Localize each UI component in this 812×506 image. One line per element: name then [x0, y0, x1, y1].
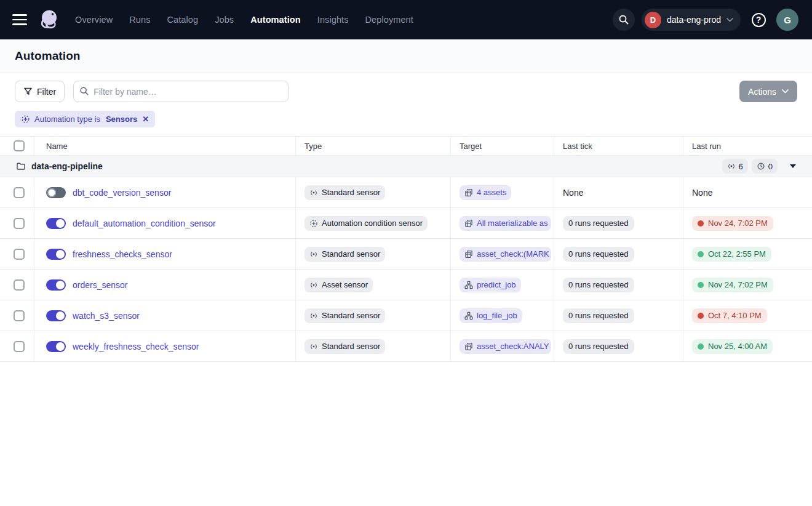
toggle-knob: [56, 311, 65, 320]
target-badge[interactable]: asset_check:(MARK: [460, 247, 551, 262]
nav-item-automation[interactable]: Automation: [250, 15, 301, 25]
sensor-icon: [309, 311, 318, 320]
last-run-cell: Oct 22, 2:55 PM: [683, 239, 812, 269]
row-target-cell: asset_check:ANALY: [451, 331, 554, 361]
workspace-name: data-eng-prod: [667, 15, 721, 25]
sensor-name-link[interactable]: freshness_checks_sensor: [73, 249, 172, 259]
enable-toggle[interactable]: [46, 249, 66, 260]
nav-item-insights[interactable]: Insights: [317, 15, 349, 25]
type-badge: Asset sensor: [304, 278, 373, 292]
actions-button[interactable]: Actions: [739, 81, 797, 102]
target-badge[interactable]: asset_check:ANALY: [460, 339, 551, 354]
job-graph-icon: [464, 311, 473, 320]
octopus-logo-icon: [37, 7, 62, 32]
sensor-name-link[interactable]: dbt_code_version_sensor: [73, 188, 171, 198]
enable-toggle[interactable]: [46, 341, 66, 352]
filter-button[interactable]: Filter: [15, 81, 65, 102]
collapse-group-caret[interactable]: [790, 164, 796, 168]
target-label: asset_check:ANALY: [477, 342, 549, 351]
column-header-last-tick: Last tick: [554, 137, 683, 155]
last-run-pill: None: [692, 185, 712, 200]
sensor-name-link[interactable]: default_automation_condition_sensor: [73, 219, 216, 228]
last-run-pill[interactable]: Nov 24, 7:02 PM: [692, 278, 773, 292]
help-button[interactable]: ?: [747, 9, 770, 31]
nav-item-overview[interactable]: Overview: [75, 15, 113, 25]
group-row: data-eng-pipeline 6 0: [0, 156, 812, 177]
sensor-icon: [727, 162, 736, 171]
type-badge: Standard sensor: [304, 185, 385, 200]
row-checkbox[interactable]: [14, 341, 25, 352]
nav-item-runs[interactable]: Runs: [129, 15, 150, 25]
last-tick-value: 0 runs requested: [563, 308, 634, 323]
hamburger-menu-button[interactable]: [12, 14, 27, 25]
target-badge[interactable]: All materializable as: [460, 216, 551, 231]
row-name-cell: default_automation_condition_sensor: [34, 208, 296, 238]
target-badge[interactable]: predict_job: [460, 278, 521, 292]
row-checkbox[interactable]: [14, 279, 25, 291]
sensor-icon: [309, 281, 318, 289]
nav-item-jobs[interactable]: Jobs: [215, 15, 234, 25]
row-checkbox[interactable]: [14, 187, 25, 198]
row-name-cell: watch_s3_sensor: [34, 300, 296, 331]
column-header-last-run: Last run: [683, 137, 812, 155]
enable-toggle[interactable]: [46, 279, 66, 291]
user-avatar[interactable]: G: [776, 9, 798, 31]
search-button[interactable]: [613, 9, 635, 31]
type-label: Standard sensor: [322, 311, 380, 320]
last-tick-value: 0 runs requested: [563, 216, 634, 231]
row-checkbox[interactable]: [14, 249, 25, 260]
target-badge[interactable]: log_file_job: [460, 308, 522, 323]
name-filter-input[interactable]: [73, 81, 289, 102]
sensor-icon: [309, 250, 318, 259]
last-run-pill[interactable]: Oct 7, 4:10 PM: [692, 308, 767, 323]
job-graph-icon: [464, 281, 473, 289]
target-label: All materializable as: [477, 219, 548, 228]
row-type-cell: Automation condition sensor: [296, 208, 451, 238]
primary-nav: OverviewRunsCatalogJobsAutomationInsight…: [75, 15, 413, 25]
sensor-name-link[interactable]: orders_sensor: [73, 280, 128, 290]
table-row: freshness_checks_sensor Standard sensor: [0, 239, 812, 270]
dagster-logo[interactable]: [37, 7, 62, 32]
select-all-checkbox[interactable]: [14, 140, 25, 151]
row-select-cell: [0, 208, 34, 238]
last-run-pill[interactable]: Oct 22, 2:55 PM: [692, 247, 771, 262]
filter-tag-remove-icon[interactable]: ✕: [142, 114, 149, 124]
hamburger-bar: [12, 23, 27, 25]
enable-toggle[interactable]: [46, 310, 66, 321]
toggle-knob: [56, 342, 65, 351]
row-type-cell: Standard sensor: [296, 177, 451, 207]
enable-toggle[interactable]: [46, 187, 66, 198]
automation-condition-icon: [309, 219, 318, 228]
last-run-value: None: [692, 188, 712, 198]
last-tick-cell: 0 runs requested: [554, 270, 683, 300]
row-checkbox[interactable]: [14, 310, 25, 321]
last-tick-value: None: [563, 185, 583, 200]
last-run-value: Nov 25, 4:00 AM: [708, 342, 767, 351]
sensor-name-link[interactable]: weekly_freshness_check_sensor: [73, 342, 199, 351]
last-tick-cell: 0 runs requested: [554, 208, 683, 238]
row-select-cell: [0, 331, 34, 361]
asset-icon: [464, 219, 473, 228]
last-run-pill[interactable]: Nov 24, 7:02 PM: [692, 216, 773, 231]
row-select-cell: [0, 300, 34, 331]
column-header-target: Target: [451, 137, 554, 155]
target-badge[interactable]: 4 assets: [460, 185, 511, 200]
last-run-cell: None: [683, 177, 812, 207]
last-run-pill[interactable]: Nov 25, 4:00 AM: [692, 339, 773, 354]
enable-toggle[interactable]: [46, 218, 66, 229]
row-name-cell: weekly_freshness_check_sensor: [34, 331, 296, 361]
clock-icon: [757, 162, 765, 171]
asset-icon: [464, 342, 473, 351]
workspace-switcher[interactable]: D data-eng-prod: [642, 9, 741, 31]
filter-button-label: Filter: [37, 87, 56, 97]
row-checkbox[interactable]: [14, 218, 25, 229]
toolbar: Filter Actions: [0, 73, 812, 110]
nav-item-deployment[interactable]: Deployment: [365, 15, 413, 25]
active-filters-row: Automation type is Sensors ✕: [0, 110, 812, 137]
actions-button-label: Actions: [748, 87, 776, 97]
sensor-name-link[interactable]: watch_s3_sensor: [73, 311, 140, 321]
row-type-cell: Standard sensor: [296, 300, 451, 331]
row-target-cell: log_file_job: [451, 300, 554, 331]
nav-item-catalog[interactable]: Catalog: [167, 15, 198, 25]
last-tick-cell: 0 runs requested: [554, 239, 683, 269]
